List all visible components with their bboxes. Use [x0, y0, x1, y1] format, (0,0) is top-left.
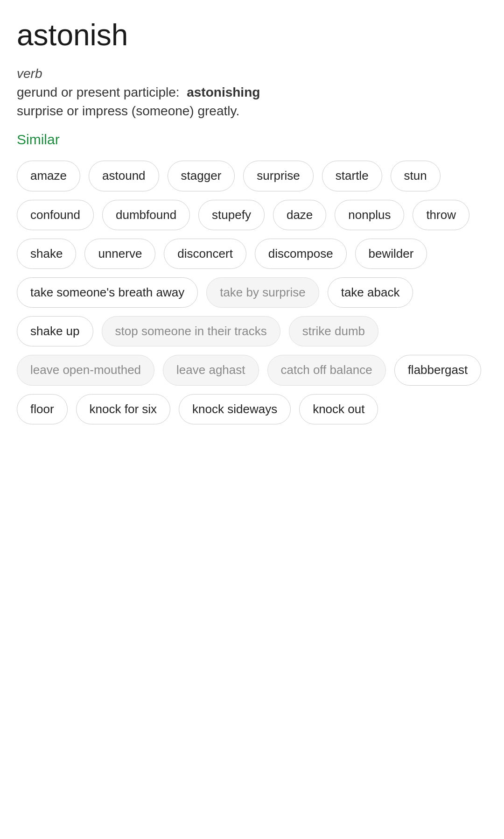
tag-item[interactable]: strike dumb	[289, 316, 378, 346]
tag-item[interactable]: bewilder	[355, 239, 427, 269]
tag-item[interactable]: take by surprise	[206, 277, 319, 308]
tag-item[interactable]: leave open-mouthed	[17, 355, 154, 385]
word-title: astonish	[17, 19, 487, 51]
tag-item[interactable]: flabbergast	[394, 355, 482, 385]
tag-item[interactable]: unnerve	[84, 239, 155, 269]
tag-item[interactable]: floor	[17, 394, 68, 424]
tag-item[interactable]: leave aghast	[163, 355, 259, 385]
tags-container: amazeastoundstaggersurprisestartlestunco…	[17, 161, 487, 424]
tag-item[interactable]: catch off balance	[267, 355, 386, 385]
tag-item[interactable]: shake	[17, 239, 76, 269]
tag-item[interactable]: amaze	[17, 161, 80, 191]
tag-item[interactable]: take someone's breath away	[17, 277, 198, 308]
tag-item[interactable]: shake up	[17, 316, 93, 346]
tag-item[interactable]: take aback	[328, 277, 413, 308]
tag-item[interactable]: startle	[322, 161, 382, 191]
tag-item[interactable]: knock sideways	[179, 394, 291, 424]
tag-item[interactable]: stun	[391, 161, 441, 191]
tag-item[interactable]: astound	[89, 161, 159, 191]
tag-item[interactable]: surprise	[243, 161, 313, 191]
gerund-prefix: gerund or present participle:	[17, 85, 180, 99]
tag-item[interactable]: daze	[273, 200, 326, 230]
tag-item[interactable]: disconcert	[164, 239, 246, 269]
word-meta: verb gerund or present participle: aston…	[17, 66, 487, 119]
tag-item[interactable]: stagger	[168, 161, 235, 191]
part-of-speech: verb	[17, 66, 487, 81]
similar-label: Similar	[17, 132, 487, 148]
tag-item[interactable]: confound	[17, 200, 94, 230]
tag-item[interactable]: knock for six	[76, 394, 171, 424]
tag-item[interactable]: dumbfound	[102, 200, 190, 230]
definition: surprise or impress (someone) greatly.	[17, 104, 487, 119]
tag-item[interactable]: discompose	[255, 239, 347, 269]
tag-item[interactable]: stop someone in their tracks	[102, 316, 280, 346]
tag-item[interactable]: nonplus	[335, 200, 404, 230]
tag-item[interactable]: throw	[413, 200, 469, 230]
gerund-word: astonishing	[187, 85, 260, 99]
tag-item[interactable]: knock out	[299, 394, 378, 424]
gerund-line: gerund or present participle: astonishin…	[17, 85, 487, 100]
tag-item[interactable]: stupefy	[198, 200, 265, 230]
